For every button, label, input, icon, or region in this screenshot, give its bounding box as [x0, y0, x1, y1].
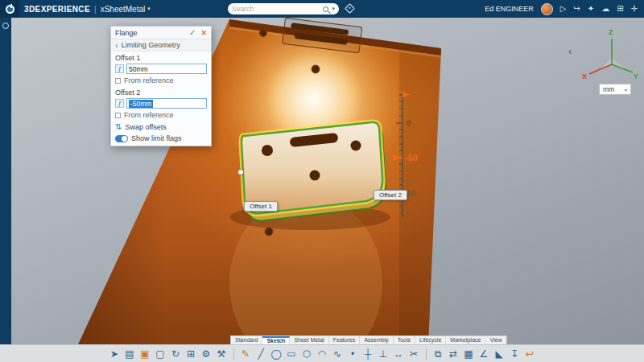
compass-icon	[6, 5, 14, 14]
dimension-tool-icon[interactable]: ↔	[393, 346, 405, 362]
app-caret-icon[interactable]: ▾	[147, 6, 151, 12]
tooltip-offset2: Offset 2	[374, 190, 407, 200]
mirror-tool-icon[interactable]: ⇄	[448, 346, 460, 362]
corner-tool-icon[interactable]: ∠	[478, 346, 490, 362]
chamfer-tool-icon[interactable]: ◣	[493, 346, 506, 362]
offset-tool-icon[interactable]: ⧉	[432, 346, 444, 362]
hole-top-left[interactable]	[260, 30, 267, 37]
offset2-value: -50mm	[129, 100, 153, 108]
toolbar-divider	[233, 348, 234, 360]
topbar-right-cluster: Ed ENGINEER ▷ ↪ ✦ ☁ ⊞ ✛	[485, 0, 638, 18]
sketch-pencil-icon[interactable]: ✎	[240, 346, 252, 362]
trim-tool-icon[interactable]: ✂	[408, 346, 420, 362]
offset1-from-reference-checkbox[interactable]	[115, 78, 121, 84]
settings-gear-icon[interactable]: ⚙	[200, 346, 213, 362]
play-icon[interactable]: ▷	[560, 0, 567, 18]
circle-tool-icon[interactable]: ◯	[270, 346, 283, 362]
units-dropdown[interactable]: mm ▾	[599, 84, 631, 95]
show-limit-flags-toggle[interactable]	[115, 135, 128, 142]
offset2-from-reference-checkbox[interactable]	[115, 113, 121, 118]
ruler-label-0: 0	[407, 119, 411, 127]
3d-viewport[interactable]: 0 -50 -100 Offset 1 Offset 2	[0, 18, 644, 362]
axis-z-label: Z	[609, 28, 613, 36]
user-name[interactable]: Ed ENGINEER	[485, 5, 534, 13]
constraint-tool-icon[interactable]: ⊥	[378, 346, 390, 362]
cloud-icon[interactable]: ☁	[601, 0, 609, 18]
polygon-tool-icon[interactable]: ⬡	[301, 346, 313, 362]
brand-divider: |	[94, 5, 97, 14]
limiting-geometry-section[interactable]: ‹ Limiting Geometry	[111, 39, 211, 51]
offset1-input[interactable]: 50mm	[126, 64, 207, 74]
axis-triad[interactable]: Z X Y	[581, 26, 639, 80]
tab-standard[interactable]: Standard	[231, 336, 262, 344]
capture-icon[interactable]: ▢	[155, 346, 167, 362]
add-icon[interactable]: ✛	[631, 0, 638, 18]
flange-dialog: Flange ✓ ✕ ‹ Limiting Geometry Offset 1 …	[110, 26, 212, 146]
pattern-tool-icon[interactable]: ▦	[463, 346, 475, 362]
project-tool-icon[interactable]: ↧	[509, 346, 521, 362]
dialog-titlebar[interactable]: Flange ✓ ✕	[111, 27, 211, 39]
flange-manipulator-point[interactable]	[238, 170, 244, 175]
search-caret-icon[interactable]: ▾	[332, 6, 335, 12]
back-chevron-icon[interactable]: ‹	[115, 41, 118, 50]
save-icon[interactable]: ▣	[139, 346, 151, 362]
formula-icon[interactable]: ƒ	[115, 64, 124, 73]
brand-title: 3DEXPERIENCE	[24, 5, 90, 14]
formula-icon[interactable]: ƒ	[115, 99, 124, 108]
rectangle-tool-icon[interactable]: ▭	[286, 346, 298, 362]
refresh-icon[interactable]: ↻	[170, 346, 182, 362]
units-value: mm	[603, 85, 614, 93]
sidebar-compass-icon[interactable]	[2, 23, 9, 29]
search-icon[interactable]	[323, 6, 328, 12]
left-sidebar-strip	[0, 18, 11, 344]
tab-view[interactable]: View	[485, 336, 506, 344]
app-name[interactable]: xSheetMetal	[101, 5, 146, 14]
search-placeholder: Search	[232, 5, 320, 13]
select-cursor-icon[interactable]: ➤	[109, 346, 121, 362]
tab-sketch[interactable]: Sketch	[262, 336, 290, 344]
hole-lower[interactable]	[265, 228, 273, 236]
tab-tools[interactable]: Tools	[394, 336, 415, 344]
offset2-input[interactable]: -50mm	[126, 98, 207, 109]
search-input[interactable]: Search ▾	[228, 3, 339, 14]
tab-features[interactable]: Features	[329, 336, 361, 344]
show-limit-flags-label: Show limit flags	[131, 134, 182, 142]
offset1-value: 50mm	[129, 65, 148, 73]
dialog-title: Flange	[115, 29, 189, 37]
tab-lifecycle[interactable]: Lifecycle	[415, 336, 446, 344]
offset2-label: Offset 2	[111, 86, 211, 97]
spline-tool-icon[interactable]: ∿	[332, 346, 344, 362]
exit-app-icon[interactable]: ↩	[524, 346, 536, 362]
3ds-logo[interactable]	[0, 0, 19, 18]
avatar[interactable]	[541, 3, 553, 15]
offset1-label: Offset 1	[111, 51, 211, 63]
flange-hole-bottom[interactable]	[310, 171, 320, 181]
ruler-label-neg50: -50	[405, 153, 418, 162]
units-caret-icon: ▾	[625, 87, 627, 93]
tab-marketplace[interactable]: Marketplace	[446, 336, 485, 344]
point-tool-icon[interactable]: •	[347, 346, 359, 362]
apps-grid-icon[interactable]: ⊞	[617, 0, 623, 18]
tab-sheet-metal[interactable]: Sheet Metal	[290, 336, 328, 344]
line-tool-icon[interactable]: ╱	[255, 346, 267, 362]
tools-icon[interactable]: ⚒	[216, 346, 228, 362]
axis-y-label: Y	[634, 72, 638, 80]
close-button[interactable]: ✕	[200, 29, 207, 37]
axis-tool-icon[interactable]: ┼	[362, 346, 374, 362]
favorites-icon[interactable]: ✦	[588, 0, 594, 18]
tab-assembly[interactable]: Assembly	[360, 336, 393, 344]
hole-center[interactable]	[312, 65, 320, 73]
axis-x-label: X	[582, 72, 587, 80]
action-toolbar: ➤ ▤ ▣ ▢ ↻ ⊞ ⚙ ⚒ ✎ ╱ ◯ ▭ ⬡ ◠ ∿ • ┼ ⊥ ↔ ✂ …	[0, 344, 644, 362]
panel-collapse-chevron[interactable]: ‹	[568, 45, 572, 57]
swap-offsets-button[interactable]: ⇅ Swap offsets	[111, 121, 211, 133]
tag-icon[interactable]	[345, 3, 355, 14]
grid-snap-icon[interactable]: ⊞	[185, 346, 197, 362]
flange-hole-left[interactable]	[262, 145, 273, 156]
arc-tool-icon[interactable]: ◠	[316, 346, 328, 362]
toolbar-divider	[426, 348, 427, 360]
share-icon[interactable]: ↪	[573, 0, 580, 18]
flange-hole-right[interactable]	[351, 141, 361, 151]
ok-button[interactable]: ✓	[189, 28, 196, 37]
clipboard-icon[interactable]: ▤	[124, 346, 136, 362]
